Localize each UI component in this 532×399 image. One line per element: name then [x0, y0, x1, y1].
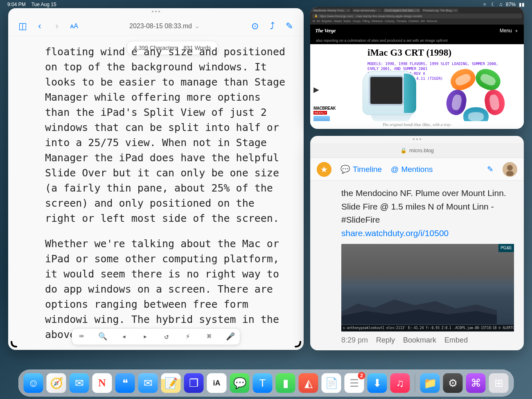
bookmark-item[interactable]: Rebooix [427, 20, 437, 23]
bookmark-item[interactable]: Notes [343, 20, 351, 23]
window-resize-handle-right[interactable] [290, 336, 302, 348]
compose-button[interactable]: ✎ [487, 165, 494, 174]
dock-app-numbers[interactable]: ▮ [276, 373, 295, 393]
verge-header: The Verge Menu ＋ [310, 25, 524, 37]
tab-timeline[interactable]: 💬 Timeline [340, 165, 382, 174]
window-grabber[interactable] [413, 138, 421, 140]
bookmark-item[interactable]: Children [408, 20, 419, 23]
browser-bookmarks-bar: M Wi Brighten Mastd Notes Cboys Filling … [312, 18, 522, 23]
svg-rect-1 [506, 171, 514, 176]
bookmark-item[interactable]: Brighten [322, 20, 332, 23]
chevron-down-icon[interactable]: ⌄ [194, 22, 200, 30]
dock-separator [415, 374, 415, 392]
undo-icon[interactable]: ↺ [161, 331, 172, 342]
dock-app-notes[interactable]: 📝 [161, 373, 181, 393]
dock-app-affinity[interactable]: ◭ [299, 373, 318, 393]
tab-mentions[interactable]: @ Mentions [391, 165, 433, 174]
bookmark-item[interactable]: Mastd [334, 20, 342, 23]
dock-app-tot[interactable]: T [253, 373, 273, 393]
sidebar-toggle-icon[interactable]: ◫ [16, 19, 29, 33]
dock-app-stage[interactable]: ❐ [184, 373, 204, 393]
play-icon[interactable]: ▶ [313, 85, 335, 94]
dock-app-app-library[interactable]: ⊞ [489, 373, 509, 393]
compose-button[interactable]: ✎ [282, 19, 296, 33]
dock-app-settings[interactable]: ⚙ [443, 373, 463, 393]
prev-icon[interactable]: ◂ [119, 331, 129, 342]
dock-app-podcasts[interactable]: ⌘ [466, 373, 486, 393]
post-timestamp[interactable]: 8:29 pm [341, 335, 368, 346]
bookmark-item[interactable]: Threads [396, 20, 407, 23]
dock-app-pages[interactable]: 📄 [322, 373, 341, 393]
dock-app-messages[interactable]: 💬 [230, 373, 250, 393]
editor-text-area[interactable]: floating wind⁠ e any size and positioned… [8, 36, 304, 349]
forward-button[interactable]: › [50, 19, 64, 33]
browser-tab[interactable]: MacBreak Weekly Podc… × [312, 9, 351, 12]
bookmark-item[interactable]: Filling [362, 20, 370, 23]
post-text: the Mendocino NF. Plume over Mount Linn.… [341, 188, 506, 224]
search-icon[interactable]: 🔍 [97, 331, 108, 342]
embed-button[interactable]: Embed [444, 335, 468, 346]
bookmark-item[interactable]: Cboys [352, 20, 361, 23]
editor-toolbar: ◫ ‹ › ᴀA 2023-08-15 08:33.md ⌄ ⊙ ⤴ ✎ [8, 16, 304, 36]
article-content[interactable]: iMac G3 CRT (1998) MODELS: 1998, 1998 FL… [310, 44, 524, 128]
dock-app-finder[interactable]: ☺ [24, 373, 43, 393]
bookmark-item[interactable]: Wi [317, 20, 320, 23]
verge-menu-button[interactable]: Menu ＋ [500, 27, 519, 34]
browser-url-bar[interactable]: 🔒 https://www.theverge.com/…/mac-twenty-… [312, 14, 522, 18]
dock-app-reminders[interactable]: ☰2 [345, 373, 364, 393]
plus-icon: ＋ [514, 27, 519, 34]
post-meta: 8:29 pm Reply Bookmark Embed [341, 335, 514, 346]
post-image[interactable]: PG&E s-anthonypeaklookout1 elev:2113' E:… [341, 244, 514, 331]
bookmark-button[interactable]: Bookmark [403, 335, 436, 346]
dock-app-music[interactable]: ♫ [390, 373, 410, 393]
dock-app-mail[interactable]: ✉ [138, 373, 158, 393]
window-resize-handle-left[interactable] [10, 336, 22, 348]
reply-button[interactable]: Reply [376, 335, 395, 346]
share-button[interactable]: ⤴ [265, 19, 279, 33]
dock-app-safari[interactable]: 🧭 [47, 373, 66, 393]
verge-logo[interactable]: The Verge [315, 27, 336, 34]
camera-overlay-text: s-anthonypeaklookout1 elev:2113' E:-41.2… [341, 325, 514, 331]
browser-tab-active[interactable]: From Apple's first Mac… × [383, 9, 420, 12]
command-icon[interactable]: ⌘ [204, 331, 214, 342]
editor-paragraph-1: floating wind⁠ e any size and positioned… [45, 44, 287, 226]
editor-window: ◫ ‹ › ᴀA 2023-08-15 08:33.md ⌄ ⊙ ⤴ ✎ 4,3… [8, 8, 304, 350]
bookmark-item[interactable]: Mineieun [372, 20, 383, 23]
mic-icon[interactable]: 🎤 [225, 331, 236, 342]
back-button[interactable]: ‹ [33, 19, 47, 33]
browser-tab[interactable]: Podcast.org: The Blog— × [422, 9, 458, 12]
text-size-button[interactable]: ᴀA [67, 19, 81, 33]
status-date: Tue Aug 15 [32, 2, 56, 7]
chat-icon: 💬 [340, 165, 350, 174]
document-title[interactable]: 2023-08-15 08:33.md [129, 23, 192, 30]
at-icon: @ [391, 165, 399, 174]
dock-app-news[interactable]: N [92, 373, 112, 393]
post-link[interactable]: share.watchduty.org/i/10500 [341, 228, 449, 238]
dock-app-ia-writer[interactable]: iA [207, 373, 227, 393]
dock: ☺🧭✉N❝✉📝❐iA💬T▮◭📄☰2⬇♫📁⚙⌘⊞ [18, 370, 514, 397]
safari-url-bar[interactable]: 🔒 micro.blog [310, 143, 524, 158]
window-grabber[interactable] [152, 11, 160, 12]
dock-app-files[interactable]: 📁 [420, 373, 440, 393]
avatar[interactable] [503, 162, 517, 177]
imac-illustration [351, 68, 520, 129]
browser-tab[interactable]: imac anniversary · … [352, 9, 382, 12]
browser-chrome: MacBreak Weekly Podc… × imac anniversary… [310, 7, 524, 25]
bookmark-item[interactable]: MH [421, 20, 425, 23]
browser-url-text: https://www.theverge.com/…/mac-twenty-fi… [320, 15, 422, 18]
lock-icon: 🔒 [400, 147, 407, 153]
bolt-icon[interactable]: ⚡︎ [183, 331, 193, 342]
dock-app-sequel[interactable]: ❝ [115, 373, 135, 393]
dock-app-downloads[interactable]: ⬇ [367, 373, 387, 393]
next-icon[interactable]: ▸ [140, 331, 151, 342]
bookmark-item[interactable]: M [313, 20, 315, 23]
battery-percent: 87% [506, 2, 516, 7]
discover-icon[interactable]: ★ [317, 162, 331, 177]
lock-icon: 🔒 [314, 14, 318, 18]
preview-button[interactable]: ⊙ [248, 19, 262, 33]
dock-app-mail-alt[interactable]: ✉ [70, 373, 89, 393]
keyboard-icon[interactable]: ⌨︎ [76, 331, 87, 342]
verge-subheader: also reporting on a culmination of sites… [310, 37, 524, 44]
bookmark-item[interactable]: Culurey [385, 20, 394, 23]
keyboard-shortcut-bar: ⌨︎ 🔍 ◂ ▸ ↺ ⚡︎ ⌘ 🎤 [72, 328, 240, 345]
